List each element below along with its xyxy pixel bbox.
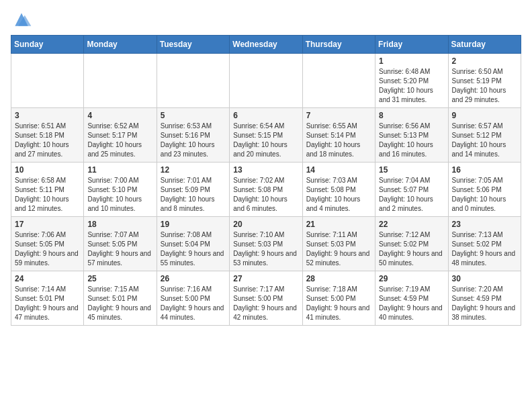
day-cell <box>84 54 157 108</box>
day-number: 29 <box>379 274 444 283</box>
day-cell: 11Sunrise: 7:00 AM Sunset: 5:10 PM Dayli… <box>84 163 157 217</box>
week-row-2: 3Sunrise: 6:51 AM Sunset: 5:18 PM Daylig… <box>11 108 521 163</box>
day-info: Sunrise: 7:18 AM Sunset: 5:00 PM Dayligh… <box>306 285 371 322</box>
day-cell: 1Sunrise: 6:48 AM Sunset: 5:20 PM Daylig… <box>375 54 448 108</box>
day-cell: 26Sunrise: 7:16 AM Sunset: 5:00 PM Dayli… <box>157 271 229 326</box>
day-info: Sunrise: 6:50 AM Sunset: 5:19 PM Dayligh… <box>452 67 517 105</box>
day-info: Sunrise: 7:11 AM Sunset: 5:03 PM Dayligh… <box>306 230 371 268</box>
day-number: 8 <box>379 111 444 120</box>
day-cell: 20Sunrise: 7:10 AM Sunset: 5:03 PM Dayli… <box>230 217 302 271</box>
day-info: Sunrise: 7:20 AM Sunset: 4:59 PM Dayligh… <box>452 285 517 322</box>
day-info: Sunrise: 7:12 AM Sunset: 5:02 PM Dayligh… <box>379 230 444 268</box>
day-cell: 29Sunrise: 7:19 AM Sunset: 4:59 PM Dayli… <box>375 271 448 326</box>
day-cell: 24Sunrise: 7:14 AM Sunset: 5:01 PM Dayli… <box>11 271 84 326</box>
day-cell: 6Sunrise: 6:54 AM Sunset: 5:15 PM Daylig… <box>230 108 302 163</box>
day-number: 21 <box>306 220 371 229</box>
day-info: Sunrise: 6:52 AM Sunset: 5:17 PM Dayligh… <box>87 122 152 159</box>
day-cell: 8Sunrise: 6:56 AM Sunset: 5:13 PM Daylig… <box>375 108 448 163</box>
day-cell: 5Sunrise: 6:53 AM Sunset: 5:16 PM Daylig… <box>157 108 229 163</box>
day-cell <box>230 54 302 108</box>
weekday-header-row: SundayMondayTuesdayWednesdayThursdayFrid… <box>11 36 521 54</box>
day-number: 6 <box>233 111 298 120</box>
day-number: 10 <box>15 165 80 175</box>
logo-icon <box>11 11 32 30</box>
calendar-table: SundayMondayTuesdayWednesdayThursdayFrid… <box>11 35 521 326</box>
weekday-header-thursday: Thursday <box>302 36 375 54</box>
page-header <box>11 11 521 30</box>
day-number: 12 <box>161 165 226 175</box>
day-number: 1 <box>379 56 444 66</box>
day-cell: 21Sunrise: 7:11 AM Sunset: 5:03 PM Dayli… <box>302 217 375 271</box>
day-cell: 10Sunrise: 6:58 AM Sunset: 5:11 PM Dayli… <box>11 163 84 217</box>
day-cell: 3Sunrise: 6:51 AM Sunset: 5:18 PM Daylig… <box>11 108 84 163</box>
day-cell: 17Sunrise: 7:06 AM Sunset: 5:05 PM Dayli… <box>11 217 84 271</box>
day-number: 11 <box>87 165 152 175</box>
day-info: Sunrise: 6:57 AM Sunset: 5:12 PM Dayligh… <box>452 122 517 159</box>
day-number: 19 <box>161 220 226 229</box>
day-number: 17 <box>15 220 80 229</box>
day-cell <box>11 54 84 108</box>
day-number: 27 <box>233 274 298 283</box>
day-cell: 13Sunrise: 7:02 AM Sunset: 5:08 PM Dayli… <box>230 163 302 217</box>
day-info: Sunrise: 7:14 AM Sunset: 5:01 PM Dayligh… <box>15 285 80 322</box>
day-number: 23 <box>452 220 517 229</box>
day-info: Sunrise: 7:15 AM Sunset: 5:01 PM Dayligh… <box>87 285 152 322</box>
day-number: 24 <box>15 274 80 283</box>
weekday-header-tuesday: Tuesday <box>157 36 229 54</box>
day-info: Sunrise: 7:05 AM Sunset: 5:06 PM Dayligh… <box>452 176 517 214</box>
day-info: Sunrise: 6:56 AM Sunset: 5:13 PM Dayligh… <box>379 122 444 159</box>
weekday-header-saturday: Saturday <box>448 36 521 54</box>
day-info: Sunrise: 7:07 AM Sunset: 5:05 PM Dayligh… <box>87 230 152 268</box>
day-number: 26 <box>161 274 226 283</box>
day-cell: 28Sunrise: 7:18 AM Sunset: 5:00 PM Dayli… <box>302 271 375 326</box>
day-info: Sunrise: 7:04 AM Sunset: 5:07 PM Dayligh… <box>379 176 444 214</box>
day-info: Sunrise: 6:55 AM Sunset: 5:14 PM Dayligh… <box>306 122 371 159</box>
day-number: 14 <box>306 165 371 175</box>
weekday-header-sunday: Sunday <box>11 36 84 54</box>
day-info: Sunrise: 7:00 AM Sunset: 5:10 PM Dayligh… <box>87 176 152 214</box>
day-number: 4 <box>87 111 152 120</box>
weekday-header-wednesday: Wednesday <box>230 36 302 54</box>
day-info: Sunrise: 7:01 AM Sunset: 5:09 PM Dayligh… <box>161 176 226 214</box>
day-info: Sunrise: 7:17 AM Sunset: 5:00 PM Dayligh… <box>233 285 298 322</box>
day-cell: 18Sunrise: 7:07 AM Sunset: 5:05 PM Dayli… <box>84 217 157 271</box>
day-cell: 14Sunrise: 7:03 AM Sunset: 5:08 PM Dayli… <box>302 163 375 217</box>
day-number: 15 <box>379 165 444 175</box>
weekday-header-friday: Friday <box>375 36 448 54</box>
day-cell: 25Sunrise: 7:15 AM Sunset: 5:01 PM Dayli… <box>84 271 157 326</box>
day-number: 9 <box>452 111 517 120</box>
day-info: Sunrise: 7:03 AM Sunset: 5:08 PM Dayligh… <box>306 176 371 214</box>
day-cell: 2Sunrise: 6:50 AM Sunset: 5:19 PM Daylig… <box>448 54 521 108</box>
day-number: 16 <box>452 165 517 175</box>
logo <box>11 11 35 30</box>
day-number: 28 <box>306 274 371 283</box>
day-number: 25 <box>87 274 152 283</box>
day-number: 30 <box>452 274 517 283</box>
day-cell: 15Sunrise: 7:04 AM Sunset: 5:07 PM Dayli… <box>375 163 448 217</box>
day-number: 5 <box>161 111 226 120</box>
day-info: Sunrise: 6:58 AM Sunset: 5:11 PM Dayligh… <box>15 176 80 214</box>
week-row-1: 1Sunrise: 6:48 AM Sunset: 5:20 PM Daylig… <box>11 54 521 108</box>
day-info: Sunrise: 6:53 AM Sunset: 5:16 PM Dayligh… <box>161 122 226 159</box>
day-info: Sunrise: 7:02 AM Sunset: 5:08 PM Dayligh… <box>233 176 298 214</box>
day-info: Sunrise: 7:13 AM Sunset: 5:02 PM Dayligh… <box>452 230 517 268</box>
day-cell: 12Sunrise: 7:01 AM Sunset: 5:09 PM Dayli… <box>157 163 229 217</box>
day-cell <box>302 54 375 108</box>
day-cell: 4Sunrise: 6:52 AM Sunset: 5:17 PM Daylig… <box>84 108 157 163</box>
day-info: Sunrise: 6:51 AM Sunset: 5:18 PM Dayligh… <box>15 122 80 159</box>
day-number: 7 <box>306 111 371 120</box>
day-info: Sunrise: 6:48 AM Sunset: 5:20 PM Dayligh… <box>379 67 444 105</box>
week-row-4: 17Sunrise: 7:06 AM Sunset: 5:05 PM Dayli… <box>11 217 521 271</box>
day-info: Sunrise: 7:06 AM Sunset: 5:05 PM Dayligh… <box>15 230 80 268</box>
day-cell <box>157 54 229 108</box>
day-number: 22 <box>379 220 444 229</box>
day-info: Sunrise: 7:19 AM Sunset: 4:59 PM Dayligh… <box>379 285 444 322</box>
day-cell: 16Sunrise: 7:05 AM Sunset: 5:06 PM Dayli… <box>448 163 521 217</box>
day-cell: 27Sunrise: 7:17 AM Sunset: 5:00 PM Dayli… <box>230 271 302 326</box>
day-number: 2 <box>452 56 517 66</box>
day-number: 18 <box>87 220 152 229</box>
day-number: 3 <box>15 111 80 120</box>
day-info: Sunrise: 7:16 AM Sunset: 5:00 PM Dayligh… <box>161 285 226 322</box>
day-cell: 9Sunrise: 6:57 AM Sunset: 5:12 PM Daylig… <box>448 108 521 163</box>
weekday-header-monday: Monday <box>84 36 157 54</box>
